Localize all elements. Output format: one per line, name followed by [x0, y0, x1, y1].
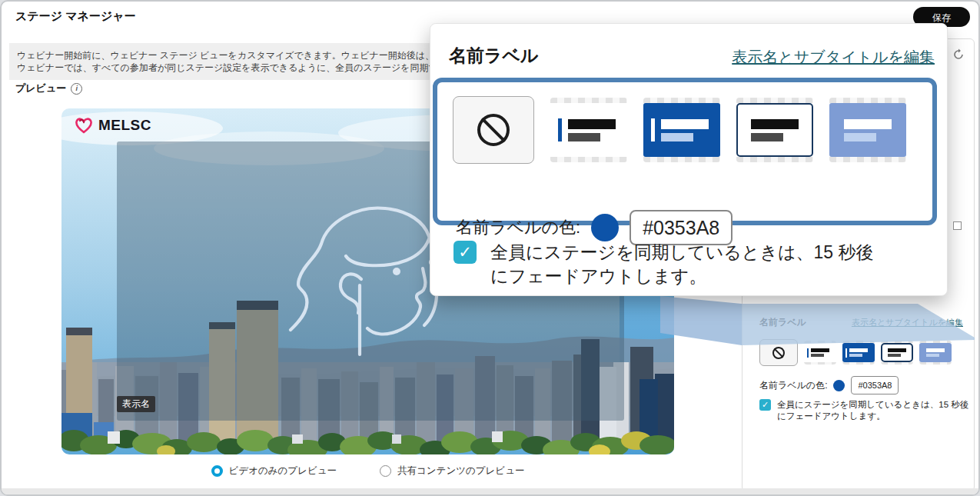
popup-edit-display-name-link[interactable]: 表示名とサブタイトルを編集 — [732, 47, 935, 68]
radio-unselected-icon[interactable] — [380, 465, 391, 477]
popup-sync-fadeout-text: 全員にステージを同期しているときは、15 秒後 にフェードアウトします。 — [490, 241, 873, 288]
banner-line2: ウェビナーでは、すべての参加者が同じステージ設定を表示できるように、全員のステー… — [17, 62, 466, 73]
radio-video-only[interactable]: ビデオのみのプレビュー — [211, 464, 337, 478]
name-label-section-header: 名前ラベル 表示名とサブタイトルを編集 — [759, 316, 963, 329]
color-label: 名前ラベルの色: — [456, 216, 580, 239]
display-name-chip: 表示名 — [117, 396, 155, 412]
brand-logo: MELSC — [74, 116, 151, 135]
sync-fadeout-setting: ✓ 全員にステージを同期しているときは、15 秒後 にフェードアウトします。 — [759, 399, 968, 422]
color-label: 名前ラベルの色: — [759, 379, 827, 392]
info-icon[interactable]: i — [71, 83, 82, 95]
color-hex-input[interactable] — [851, 376, 899, 394]
sync-fadeout-text: 全員にステージを同期しているときは、15 秒後 にフェードアウトします。 — [777, 399, 968, 422]
preview-section-label: プレビュー i — [15, 82, 82, 95]
name-label-color-row: 名前ラベルの色: — [759, 376, 899, 394]
name-label-popup: 名前ラベル 表示名とサブタイトルを編集 — [430, 23, 948, 296]
label-style-soft-blue-button[interactable] — [919, 341, 952, 365]
popup-label-style-outlined-button[interactable] — [736, 98, 813, 162]
radio-selected-icon[interactable] — [211, 465, 223, 477]
popup-sync-fadeout-setting: ✓ 全員にステージを同期しているときは、15 秒後 にフェードアウトします。 — [453, 241, 873, 288]
checkbox-checked-icon[interactable]: ✓ — [759, 399, 771, 411]
edit-display-name-link[interactable]: 表示名とサブタイトルを編集 — [852, 317, 963, 328]
popup-highlight-box: 名前ラベルの色: — [433, 78, 937, 225]
label-style-blue-filled-button[interactable] — [842, 341, 875, 365]
preview-mode-radios: ビデオのみのプレビュー 共有コンテンツのプレビュー — [61, 464, 674, 478]
page-bottom-strip — [2, 488, 978, 494]
name-label-title: 名前ラベル — [759, 316, 806, 329]
prohibition-icon — [477, 114, 510, 146]
refresh-icon[interactable] — [952, 48, 965, 61]
page-title: ステージ マネージャー — [15, 9, 136, 24]
checkbox-checked-icon[interactable]: ✓ — [453, 241, 477, 264]
banner-line1: ウェビナー開始前に、ウェビナー ステージ ビューをカスタマイズできます。ウェビナ… — [17, 50, 434, 61]
melsc-heart-icon — [74, 116, 94, 135]
popup-label-style-none-button[interactable] — [453, 96, 534, 164]
popup-label-style-blue-filled-button[interactable] — [643, 98, 720, 162]
popup-label-style-options — [453, 96, 932, 164]
label-style-outlined-button[interactable] — [881, 341, 913, 365]
color-swatch[interactable] — [591, 214, 619, 241]
radio-shared-content[interactable]: 共有コンテンツのプレビュー — [380, 464, 524, 478]
label-style-light-accent-button[interactable] — [804, 341, 836, 365]
color-swatch[interactable] — [833, 380, 845, 391]
label-style-options — [759, 339, 952, 366]
popup-title: 名前ラベル — [449, 44, 539, 68]
popup-label-style-soft-blue-button[interactable] — [829, 98, 906, 162]
stage-manager-window: ステージ マネージャー 保存 ウェビナー開始前に、ウェビナー ステージ ビューを… — [0, 0, 980, 496]
callout-handle — [953, 221, 962, 230]
label-style-none-button[interactable] — [759, 339, 798, 366]
popup-label-style-light-accent-button[interactable] — [550, 98, 627, 162]
prohibition-icon — [772, 347, 785, 359]
brand-text: MELSC — [98, 117, 151, 134]
